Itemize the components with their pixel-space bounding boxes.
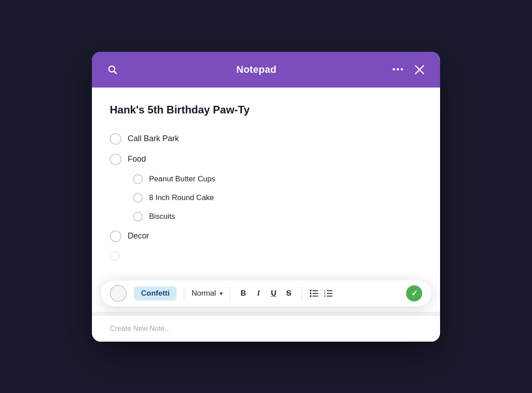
app-window: Notepad ••• Hank's 5th Birthday Paw-Ty C… xyxy=(92,52,440,342)
checkbox-8-inch-round-cake[interactable] xyxy=(133,193,143,203)
underline-button[interactable]: U xyxy=(268,288,279,299)
strikethrough-button[interactable]: S xyxy=(283,288,295,299)
list-item: Call Bark Park xyxy=(110,129,422,149)
checkmark-icon: ✓ xyxy=(411,288,418,298)
checkbox-call-bark-park[interactable] xyxy=(110,133,121,145)
checkbox-partial[interactable] xyxy=(110,251,120,261)
svg-point-8 xyxy=(310,295,312,297)
divider-3 xyxy=(302,287,302,300)
checkbox-biscuits[interactable] xyxy=(133,212,143,222)
toolbar-checkbox[interactable] xyxy=(110,285,127,302)
svg-point-6 xyxy=(310,293,312,294)
search-button[interactable] xyxy=(104,62,121,78)
svg-rect-5 xyxy=(312,290,318,291)
create-note-area[interactable]: Create New Note... xyxy=(92,315,440,342)
style-dropdown[interactable]: Normal ▾ xyxy=(191,289,223,298)
header-actions: ••• xyxy=(392,62,428,78)
list-item: 8 Inch Round Cake xyxy=(110,188,422,207)
checkbox-peanut-butter-cups[interactable] xyxy=(133,174,143,184)
item-label: Biscuits xyxy=(149,212,175,221)
chevron-down-icon: ▾ xyxy=(220,290,223,297)
item-label: 8 Inch Round Cake xyxy=(149,193,214,202)
divider-2 xyxy=(230,287,230,300)
svg-rect-9 xyxy=(312,296,318,297)
note-content: Hank's 5th Birthday Paw-Ty Call Bark Par… xyxy=(92,88,440,275)
format-buttons: B I U S xyxy=(237,288,295,299)
unordered-list-button[interactable] xyxy=(309,288,319,298)
checkbox-decor[interactable] xyxy=(110,230,121,242)
svg-point-4 xyxy=(310,290,312,292)
style-label: Normal xyxy=(191,289,216,298)
list-item: Peanut Butter Cups xyxy=(110,170,422,188)
list-item: Decor xyxy=(110,226,422,247)
item-label: Decor xyxy=(128,231,149,241)
item-label: Food xyxy=(128,155,146,164)
svg-rect-11 xyxy=(327,290,332,291)
svg-rect-7 xyxy=(312,293,318,294)
toolbar-wrapper: Confetti Normal ▾ B I U S xyxy=(92,275,440,312)
list-item xyxy=(110,247,422,265)
app-title: Notepad xyxy=(236,64,276,75)
svg-rect-15 xyxy=(327,296,332,297)
item-label: Call Bark Park xyxy=(128,134,179,143)
bold-button[interactable]: B xyxy=(237,288,249,299)
svg-line-1 xyxy=(114,71,117,74)
confirm-button[interactable]: ✓ xyxy=(406,285,422,301)
create-note-placeholder[interactable]: Create New Note... xyxy=(110,325,170,332)
close-button[interactable] xyxy=(411,62,428,78)
list-item: Biscuits xyxy=(110,207,422,226)
checklist: Call Bark Park Food Peanut Butter Cups 8… xyxy=(110,129,422,265)
ordered-list-button[interactable]: 1 2 3 xyxy=(324,288,333,298)
svg-text:3: 3 xyxy=(324,295,326,297)
toolbar-chip[interactable]: Confetti xyxy=(134,286,177,301)
separator xyxy=(92,312,440,315)
divider-1 xyxy=(184,287,184,300)
svg-rect-13 xyxy=(327,293,332,294)
formatting-toolbar: Confetti Normal ▾ B I U S xyxy=(101,280,431,306)
list-buttons: 1 2 3 xyxy=(309,288,333,298)
list-item: Food xyxy=(110,149,422,170)
more-options-button[interactable]: ••• xyxy=(392,64,404,75)
note-title: Hank's 5th Birthday Paw-Ty xyxy=(110,104,422,116)
header: Notepad ••• xyxy=(92,52,440,88)
checkbox-food[interactable] xyxy=(110,154,121,165)
italic-button[interactable]: I xyxy=(253,288,264,299)
item-label: Peanut Butter Cups xyxy=(149,175,215,184)
